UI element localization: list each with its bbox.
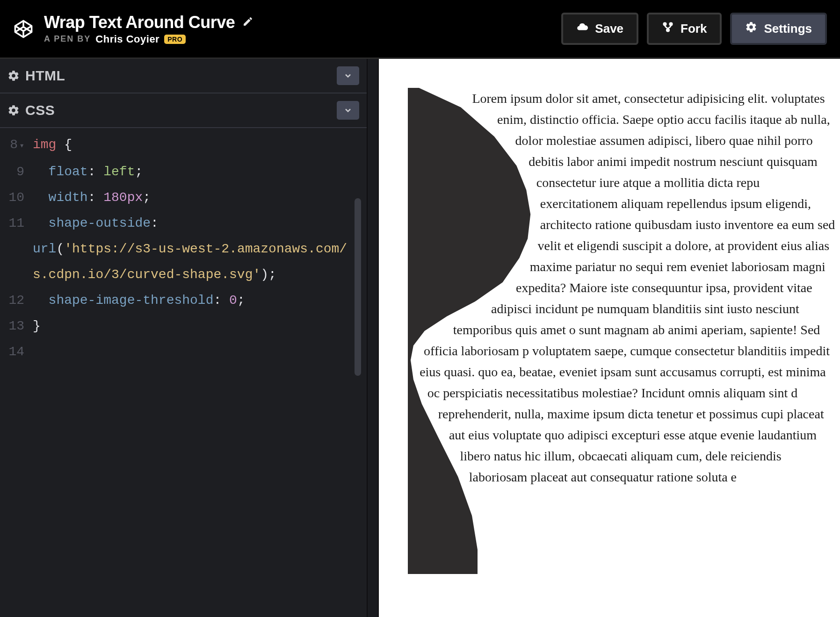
css-panel-label: CSS xyxy=(25,102,55,118)
gutter-line: 9 xyxy=(0,159,29,185)
pane-resize-handle[interactable] xyxy=(367,59,379,617)
gutter-line: 14 xyxy=(0,339,29,365)
codepen-logo-icon[interactable] xyxy=(13,19,34,39)
editor-column: HTML CSS 8▾ img { 9 xyxy=(0,59,367,617)
gear-icon[interactable] xyxy=(7,70,20,82)
svg-point-5 xyxy=(666,29,669,31)
byline-prefix: A PEN BY xyxy=(44,34,91,44)
top-buttons: Save Fork Settings xyxy=(561,13,827,45)
html-panel-label: HTML xyxy=(25,68,65,84)
gear-icon xyxy=(745,21,757,36)
gutter-line: 12 xyxy=(0,287,29,313)
html-expand-button[interactable] xyxy=(337,66,359,85)
css-editor[interactable]: 8▾ img { 9 float: left; 10 width: 180px;… xyxy=(0,128,367,617)
cloud-icon xyxy=(576,21,588,36)
css-expand-button[interactable] xyxy=(337,101,359,120)
svg-point-4 xyxy=(670,23,672,25)
save-label: Save xyxy=(595,22,623,36)
gutter-line: 13 xyxy=(0,313,29,339)
pen-byline: A PEN BY Chris Coyier PRO xyxy=(44,33,553,45)
title-block: Wrap Text Around Curve A PEN BY Chris Co… xyxy=(44,13,553,45)
gutter-line: 11 xyxy=(0,210,29,236)
preview-pane: Lorem ipsum dolor sit amet, consectetur … xyxy=(379,59,840,617)
author-link[interactable]: Chris Coyier xyxy=(95,33,159,45)
fork-button[interactable]: Fork xyxy=(647,13,722,45)
gutter-line xyxy=(0,236,29,287)
fork-label: Fork xyxy=(681,22,707,36)
html-panel-header[interactable]: HTML xyxy=(0,59,367,93)
editor-scrollbar[interactable] xyxy=(355,198,361,376)
pen-title[interactable]: Wrap Text Around Curve xyxy=(44,13,235,32)
gear-icon[interactable] xyxy=(7,104,20,116)
settings-button[interactable]: Settings xyxy=(730,13,827,45)
svg-point-3 xyxy=(664,23,666,25)
save-button[interactable]: Save xyxy=(561,13,638,45)
gutter-line: 8▾ xyxy=(0,132,29,159)
css-panel-header[interactable]: CSS xyxy=(0,93,367,128)
edit-pencil-icon[interactable] xyxy=(242,16,253,29)
pro-badge: PRO xyxy=(164,35,186,44)
settings-label: Settings xyxy=(764,22,812,36)
fork-icon xyxy=(662,21,674,36)
main-area: HTML CSS 8▾ img { 9 xyxy=(0,59,840,617)
gutter-line: 10 xyxy=(0,185,29,210)
fold-chevron-icon[interactable]: ▾ xyxy=(18,133,24,159)
top-bar: Wrap Text Around Curve A PEN BY Chris Co… xyxy=(0,0,840,59)
